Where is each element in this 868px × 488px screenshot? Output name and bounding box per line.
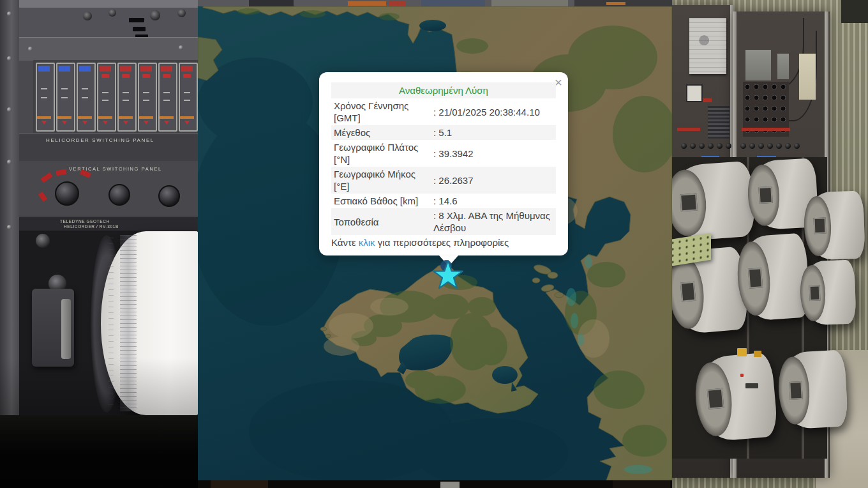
screw — [7, 225, 11, 229]
rotary-knob — [55, 181, 79, 206]
screw — [7, 11, 11, 16]
knob-row — [740, 143, 800, 149]
helicorder-panel-label: HELICORDER SWITCHING PANEL — [46, 137, 154, 143]
row-value: : 5.1 — [431, 125, 556, 140]
popup-header-row: Αναθεωρημένη Λύση — [331, 82, 556, 98]
row-label: Γεωγραφικό Πλάτος [°N] — [331, 140, 431, 167]
amplifier-module-row — [33, 60, 199, 133]
pinned-paper-map — [689, 18, 726, 74]
epicenter-star-icon — [433, 261, 463, 288]
photo-strip-above-map — [198, 0, 672, 6]
helicorder-switching-panel: HELICORDER SWITCHING PANEL — [19, 133, 199, 162]
row-label: Χρόνος Γέννησης [GMT] — [331, 98, 431, 125]
row-label: Γεωγραφικό Μήκος [°E] — [331, 167, 431, 194]
drum-recorder — [778, 349, 848, 429]
knob-row — [681, 143, 731, 149]
earthquake-star-marker[interactable] — [430, 256, 466, 292]
row-label: Μέγεθος — [331, 125, 431, 140]
photo-fragment — [491, 0, 568, 6]
screw — [7, 56, 11, 61]
red-tag — [38, 192, 48, 202]
module-card — [77, 63, 96, 132]
photo-fragment — [211, 480, 268, 488]
drum-label-band: TELEDYNE GEOTECH HELICORDER / RV-301B — [19, 216, 199, 231]
drum-recorder — [737, 233, 811, 321]
rotary-knob — [158, 185, 180, 207]
row-value: : 39.3942 — [431, 140, 556, 167]
helicorder-drum-paper — [101, 231, 199, 415]
more-info-link[interactable]: κλικ — [359, 237, 375, 248]
seismograph-rack-photo-right — [664, 0, 868, 488]
module-card — [158, 63, 177, 132]
knob — [108, 9, 116, 17]
photo-fragment — [249, 0, 294, 6]
vertical-switching-panel: VERTICAL SWITCHING PANEL — [19, 161, 199, 216]
footer-prefix: Κάντε — [331, 237, 356, 248]
screw — [28, 47, 33, 51]
row-value: : 14.6 — [431, 194, 556, 208]
vent-slots — [708, 106, 730, 139]
module-card — [36, 63, 55, 132]
table-row: Τοποθεσία : 8 Χλμ. ΑΒΑ της Μήθυμνας Λέσβ… — [331, 208, 556, 235]
yellow-indicator — [754, 351, 761, 357]
gera-gulf — [492, 366, 518, 384]
knob — [83, 11, 92, 20]
drum-brand-label: TELEDYNE GEOTECH — [60, 219, 110, 224]
dark-corner-object — [841, 0, 868, 23]
panel-band — [19, 37, 199, 61]
red-switch — [703, 98, 712, 102]
table-row: Μέγεθος : 5.1 — [331, 125, 556, 140]
earthquake-info-popup: × Αναθεωρημένη Λύση Χρόνος Γέννησης [GMT… — [319, 72, 568, 255]
knob — [177, 9, 186, 17]
row-label: Εστιακό Βάθος [km] — [331, 194, 431, 208]
drum-model-label: HELICORDER / RV-301B — [64, 224, 119, 229]
red-label-strip — [677, 128, 700, 131]
module-card — [179, 63, 198, 132]
yellow-indicator — [737, 348, 747, 356]
small-panel — [777, 54, 789, 79]
earthquake-info-table: Αναθεωρημένη Λύση Χρόνος Γέννησης [GMT] … — [331, 82, 556, 235]
screenshot-root: HELICORDER SWITCHING PANEL VERTICAL SWIT… — [0, 0, 868, 488]
label-chip — [129, 18, 144, 22]
row-value: : 21/01/2025 20:38:44.10 — [431, 98, 556, 125]
drum-recorder — [804, 190, 865, 260]
row-value: : 26.2637 — [431, 167, 556, 194]
screw — [179, 45, 183, 50]
drum-knob — [36, 234, 50, 248]
spec-card — [799, 54, 816, 100]
photo-fragment — [606, 2, 625, 5]
module-card — [117, 63, 137, 132]
drum-recorder — [693, 352, 778, 443]
dark-chip — [745, 383, 758, 388]
red-label-strip — [742, 128, 790, 131]
knob — [150, 10, 160, 20]
screw — [7, 107, 11, 112]
label-chip — [133, 27, 146, 31]
popup-footer: Κάντε κλικ για περισσότερες πληροφορίες — [331, 237, 561, 248]
seismograph-rack-photo-left: HELICORDER SWITCHING PANEL VERTICAL SWIT… — [0, 0, 199, 488]
panel-top-edge — [19, 0, 199, 8]
red-tag — [56, 169, 66, 176]
red-indicator — [740, 374, 744, 377]
pen-carriage-handle — [61, 299, 71, 359]
footer-suffix: για περισσότερες πληροφορίες — [378, 237, 509, 248]
photo-fragment — [348, 1, 386, 6]
photo-strip-below-map — [198, 480, 672, 488]
screw — [7, 160, 11, 164]
photo-fragment — [389, 1, 405, 6]
table-row: Χρόνος Γέννησης [GMT] : 21/01/2025 20:38… — [331, 98, 556, 125]
red-tag — [40, 172, 52, 183]
row-value: : 8 Χλμ. ΑΒΑ της Μήθυμνας Λέσβου — [431, 208, 556, 235]
table-row: Εστιακό Βάθος [km] : 14.6 — [331, 194, 556, 208]
table-row: Γεωγραφικό Πλάτος [°N] : 39.3942 — [331, 140, 556, 167]
photo-fragment — [613, 480, 670, 488]
photo-fragment — [440, 482, 460, 488]
module-card — [97, 63, 116, 132]
photo-fragment — [421, 0, 485, 6]
floor-shadow-left — [0, 415, 199, 488]
module-card — [138, 63, 157, 132]
satellite-map[interactable]: × Αναθεωρημένη Λύση Χρόνος Γέννησης [GMT… — [198, 6, 672, 480]
panel-top — [19, 8, 199, 37]
module-card — [56, 63, 75, 132]
row-label: Τοποθεσία — [331, 208, 431, 235]
